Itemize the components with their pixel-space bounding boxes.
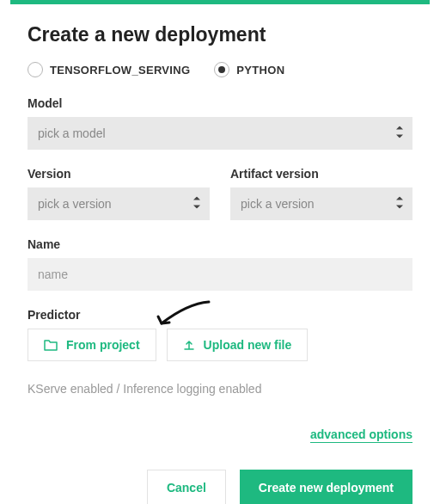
artifact-version-field: Artifact version pick a version	[230, 167, 412, 220]
dialog-footer: Cancel Create new deployment	[28, 470, 412, 504]
dialog-body: Create a new deployment TENSORFLOW_SERVI…	[0, 4, 440, 504]
status-text: KServe enabled / Inference logging enabl…	[28, 382, 412, 396]
select-placeholder: pick a version	[38, 197, 112, 211]
cancel-button[interactable]: Cancel	[147, 470, 226, 504]
model-label: Model	[28, 96, 412, 110]
model-select[interactable]: pick a model	[28, 117, 412, 150]
radio-label: PYTHON	[236, 64, 284, 77]
predictor-field: Predictor From project Upload new file	[28, 308, 412, 361]
radio-python[interactable]: PYTHON	[214, 62, 284, 77]
chevron-updown-icon	[395, 197, 404, 212]
button-label: From project	[66, 338, 140, 352]
name-field: Name	[28, 237, 412, 291]
upload-new-file-button[interactable]: Upload new file	[167, 329, 309, 361]
version-field: Version pick a version	[28, 167, 210, 220]
upload-icon	[183, 339, 195, 351]
advanced-options-row: advanced options	[28, 427, 412, 442]
select-placeholder: pick a version	[241, 197, 315, 211]
radio-unchecked-icon	[28, 62, 43, 77]
model-field: Model pick a model	[28, 96, 412, 150]
predictor-label: Predictor	[28, 308, 412, 322]
radio-tensorflow-serving[interactable]: TENSORFLOW_SERVING	[28, 62, 190, 77]
chevron-updown-icon	[395, 126, 404, 141]
advanced-options-link[interactable]: advanced options	[310, 427, 412, 443]
from-project-button[interactable]: From project	[28, 329, 156, 361]
serving-type-radio-group: TENSORFLOW_SERVING PYTHON	[28, 62, 412, 77]
version-row: Version pick a version Artifact version …	[28, 167, 412, 220]
artifact-version-select[interactable]: pick a version	[230, 187, 412, 220]
button-label: Upload new file	[204, 338, 292, 352]
name-input[interactable]	[28, 258, 412, 291]
radio-label: TENSORFLOW_SERVING	[50, 64, 190, 77]
chevron-updown-icon	[192, 197, 201, 212]
create-deployment-button[interactable]: Create new deployment	[240, 470, 412, 504]
page-title: Create a new deployment	[28, 23, 412, 46]
predictor-buttons: From project Upload new file	[28, 329, 412, 361]
folder-icon	[44, 339, 58, 351]
radio-checked-icon	[214, 62, 229, 77]
version-select[interactable]: pick a version	[28, 187, 210, 220]
select-placeholder: pick a model	[38, 126, 106, 140]
artifact-version-label: Artifact version	[230, 167, 412, 181]
name-label: Name	[28, 237, 412, 251]
version-label: Version	[28, 167, 210, 181]
